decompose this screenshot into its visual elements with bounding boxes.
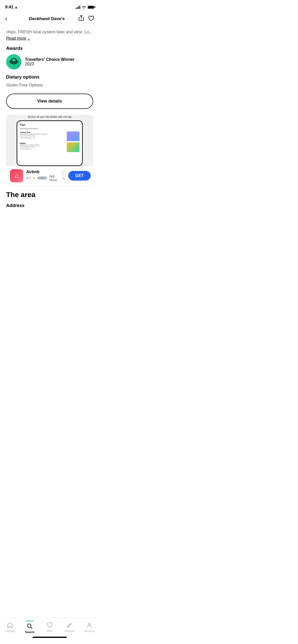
address-label: Address <box>6 203 93 208</box>
ad-store: App Store <box>49 174 57 182</box>
award-info: Travellers' Choice Winner 2023 <box>25 57 75 66</box>
svg-point-3 <box>11 62 12 63</box>
back-button[interactable]: ‹ <box>5 15 15 23</box>
ad-listing-1-image <box>67 131 79 141</box>
location-arrow-icon: ▲ <box>15 5 18 9</box>
description-text: chips, FRESH local oysters beer and wine… <box>6 26 93 35</box>
ad-star-icon: ★ <box>32 176 35 180</box>
view-details-button[interactable]: View details <box>6 94 93 109</box>
ad-app-info: Airbnb 4.7 ★ FREE App Store <box>26 170 57 182</box>
award-name: Travellers' Choice Winner <box>25 57 75 62</box>
battery-icon <box>88 6 94 9</box>
nav-header: ‹ Deckhand Dave's <box>0 13 99 26</box>
award-year: 2023 <box>25 62 75 66</box>
ad-listing-2-image <box>67 142 79 152</box>
ad-close-icon[interactable]: ✕ <box>62 177 65 181</box>
status-bar: 9:41 ▲ <box>0 0 99 13</box>
award-item: Travellers' Choice Winner 2023 <box>6 54 93 69</box>
tripadvisor-owl-icon <box>9 57 19 67</box>
airbnb-app-icon: ⌂ <box>10 169 23 182</box>
area-title: The area <box>6 191 93 199</box>
awards-section: Awards Travellers' Choice Winner <box>6 46 93 69</box>
read-more-button[interactable]: Read more ⌄ <box>6 36 30 41</box>
view-details-label: View details <box>37 99 62 104</box>
dietary-value: Gluten Free Options <box>6 83 93 87</box>
awards-title: Awards <box>6 46 93 51</box>
wifi-icon <box>82 6 86 9</box>
ad-app-meta: 4.7 ★ FREE App Store <box>26 174 57 182</box>
ad-get-button[interactable]: GET <box>68 171 91 181</box>
favorite-button[interactable] <box>88 16 94 22</box>
ad-info-icon[interactable]: i <box>61 171 66 176</box>
award-badge <box>6 54 21 69</box>
ad-bottom: ⌂ Airbnb 4.7 ★ FREE App Store i ✕ GE <box>6 166 93 185</box>
ad-rating: 4.7 <box>26 176 31 180</box>
ad-listing-2: Hildale Entire place hosted by Mindy Aug… <box>20 142 79 152</box>
main-content: chips, FRESH local oysters beer and wine… <box>0 26 99 186</box>
page-title: Deckhand Dave's <box>29 16 65 21</box>
share-button[interactable] <box>78 15 84 22</box>
area-section: The area Address <box>0 191 99 208</box>
ad-image: Access all your trip details with one ta… <box>6 115 93 166</box>
ad-free-badge: FREE <box>37 176 47 180</box>
signal-bars-icon <box>76 5 80 9</box>
dietary-title: Dietary options <box>6 75 93 80</box>
ad-info-close: i ✕ <box>61 171 66 181</box>
svg-point-4 <box>15 62 16 63</box>
nav-actions <box>78 15 94 22</box>
status-icons <box>76 5 94 9</box>
ad-banner: Access all your trip details with one ta… <box>6 115 93 186</box>
ad-listing-1: Joshua Tree Entire dome hosted by Kathry… <box>20 131 79 141</box>
ad-app-name: Airbnb <box>26 170 57 174</box>
status-time: 9:41 <box>5 5 13 10</box>
ad-tablet-mockup: Trips Upcoming reservations Joshua Tree … <box>17 120 83 166</box>
dietary-section: Dietary options Gluten Free Options <box>6 75 93 87</box>
ad-tablet-caption: Access all your trip details with one ta… <box>28 115 72 118</box>
